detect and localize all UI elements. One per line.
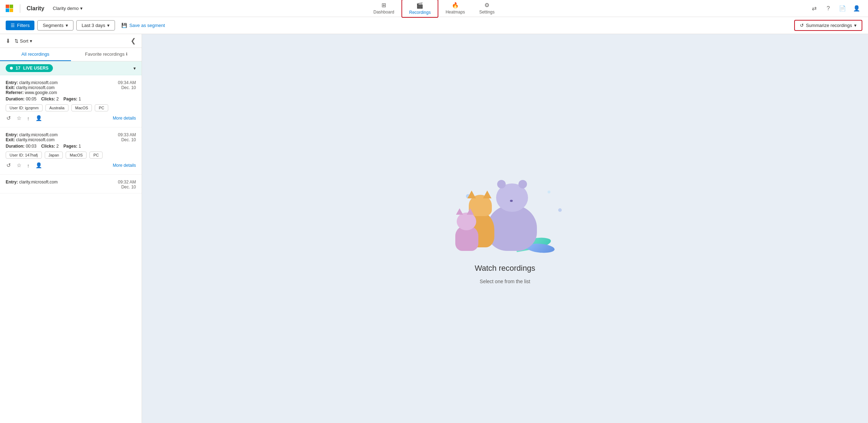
os-tag: MacOS <box>71 104 92 111</box>
nav-brand-divider <box>20 4 20 13</box>
replay-button[interactable]: ↺ <box>6 114 12 122</box>
pages-value: 1 <box>78 97 81 101</box>
card-date: Dec. 10 <box>118 137 136 142</box>
tab-all-recordings[interactable]: All recordings <box>0 48 71 61</box>
save-segment-button[interactable]: 💾 Save as segment <box>118 21 168 30</box>
save-icon: 💾 <box>121 23 127 28</box>
days-filter-button[interactable]: Last 3 days ▾ <box>76 20 115 31</box>
user-id-label: User ID: <box>10 153 25 157</box>
sidebar-tabs: All recordings Favorite recordings ℹ <box>0 48 142 61</box>
tab-heatmaps-label: Heatmaps <box>446 10 465 15</box>
card-urls: Entry: clarity.microsoft.com Exit: clari… <box>6 132 57 142</box>
device-tag: PC <box>89 152 103 159</box>
pulse-dot <box>10 67 13 70</box>
segments-button[interactable]: Segments ▾ <box>37 20 73 31</box>
live-users-chevron: ▾ <box>133 66 136 71</box>
card-actions: ↺ ☆ ↑ 👤 More details <box>6 114 136 122</box>
tab-dashboard[interactable]: ⊞ Dashboard <box>366 0 401 17</box>
duration-label: Duration: <box>6 144 26 149</box>
card-tags: User ID: igzqmm Australia MacOS PC <box>6 104 136 111</box>
country-tag: Japan <box>45 152 63 159</box>
live-users-bar[interactable]: 17 LIVE USERS ▾ <box>0 61 142 75</box>
favorite-button[interactable]: ☆ <box>16 114 22 122</box>
favorite-button[interactable]: ☆ <box>16 161 22 169</box>
more-details-link[interactable]: More details <box>113 163 136 168</box>
user-id-label: User ID: <box>10 106 25 110</box>
summarize-dropdown-icon: ▾ <box>854 23 857 28</box>
pages-label: Pages: <box>64 97 79 101</box>
cat-head <box>457 213 476 230</box>
os-tag: MacOS <box>66 152 87 159</box>
card-time: 09:33 AM <box>118 132 136 137</box>
entry-url: clarity.microsoft.com <box>19 180 57 185</box>
entry-url: clarity.microsoft.com <box>19 80 57 85</box>
summarize-recordings-button[interactable]: ↺ Summarize recordings ▾ <box>794 20 862 31</box>
dashboard-icon: ⊞ <box>381 2 386 9</box>
referrer-url: www.google.com <box>25 90 57 95</box>
card-time: 09:34 AM <box>118 80 136 85</box>
tab-dashboard-label: Dashboard <box>373 10 394 15</box>
days-dropdown-icon: ▾ <box>107 23 110 28</box>
card-top: Entry: clarity.microsoft.com Exit: clari… <box>6 132 136 142</box>
download-button[interactable]: ⬇ <box>6 38 10 44</box>
tab-recordings[interactable]: 🎬 Recordings <box>401 0 439 18</box>
project-selector[interactable]: Clarity demo ▾ <box>50 4 86 12</box>
entry-label: Entry: <box>6 80 19 85</box>
duration-value: 00:03 <box>26 144 37 149</box>
favorite-info-icon: ℹ <box>126 52 127 56</box>
user-id-tag: User ID: igzqmm <box>6 104 43 111</box>
main-layout: ⬇ ⇅ Sort ▾ ❮ All recordings Favorite rec… <box>0 34 868 423</box>
tab-settings[interactable]: ⚙ Settings <box>472 0 501 17</box>
account-button[interactable]: 👤 <box>851 3 862 14</box>
tab-settings-label: Settings <box>479 10 494 15</box>
share-button[interactable]: ↑ <box>26 115 31 122</box>
card-stats: Duration: 00:03 Clicks: 2 Pages: 1 <box>6 144 136 149</box>
card-stats: Duration: 00:05 Clicks: 2 Pages: 1 <box>6 97 136 101</box>
bear-ear-right <box>518 180 527 188</box>
nav-tabs: ⊞ Dashboard 🎬 Recordings 🔥 Heatmaps ⚙ Se… <box>366 0 501 18</box>
live-users-badge: 17 LIVE USERS <box>6 64 53 72</box>
sort-button[interactable]: ⇅ Sort ▾ <box>15 38 32 44</box>
live-users-count: 17 <box>16 66 20 71</box>
collapse-sidebar-button[interactable]: ❮ <box>131 37 136 45</box>
country-tag: Australia <box>45 104 68 111</box>
all-recordings-label: All recordings <box>21 51 49 57</box>
card-top: Entry: clarity.microsoft.com Exit: clari… <box>6 80 136 95</box>
recording-card[interactable]: Entry: clarity.microsoft.com 09:32 AM De… <box>0 175 142 193</box>
recording-card[interactable]: Entry: clarity.microsoft.com Exit: clari… <box>0 127 142 175</box>
cat-ear-right <box>467 208 474 215</box>
summarize-icon: ↺ <box>800 23 804 28</box>
sort-dropdown-icon: ▾ <box>30 38 32 44</box>
pages-value: 1 <box>78 144 81 149</box>
pages-label: Pages: <box>64 144 79 149</box>
main-content: Watch recordings Select one from the lis… <box>142 34 868 423</box>
entry-url: clarity.microsoft.com <box>19 132 57 137</box>
filters-button[interactable]: ☰ Filters <box>6 21 34 30</box>
nav-right-actions: ⇄ ? 📄 👤 <box>808 3 862 14</box>
user-button[interactable]: 👤 <box>35 161 43 169</box>
card-tags: User ID: 147hafj Japan MacOS PC <box>6 152 136 159</box>
document-button[interactable]: 📄 <box>837 3 848 14</box>
exit-url: clarity.microsoft.com <box>16 137 54 142</box>
segments-label: Segments <box>43 23 64 28</box>
exit-label: Exit: <box>6 137 16 142</box>
exit-label: Exit: <box>6 85 16 90</box>
clarity-title: Clarity <box>27 5 44 12</box>
tab-heatmaps[interactable]: 🔥 Heatmaps <box>439 0 472 17</box>
card-date: Dec. 10 <box>118 85 136 90</box>
card-urls: Entry: clarity.microsoft.com Exit: clari… <box>6 80 57 95</box>
replay-button[interactable]: ↺ <box>6 161 12 169</box>
favorite-recordings-label: Favorite recordings <box>85 51 125 57</box>
settings-icon: ⚙ <box>484 2 489 9</box>
share-users-button[interactable]: ⇄ <box>808 3 820 14</box>
recording-card[interactable]: Entry: clarity.microsoft.com Exit: clari… <box>0 75 142 127</box>
help-button[interactable]: ? <box>823 3 834 14</box>
clicks-value: 2 <box>56 144 59 149</box>
tab-favorite-recordings[interactable]: Favorite recordings ℹ <box>71 48 142 61</box>
more-details-link[interactable]: More details <box>113 116 136 121</box>
filters-label: Filters <box>17 23 29 28</box>
user-button[interactable]: 👤 <box>35 114 43 122</box>
exit-url: clarity.microsoft.com <box>16 85 54 90</box>
watch-recordings-subtitle: Select one from the list <box>480 279 530 284</box>
share-button[interactable]: ↑ <box>26 162 31 169</box>
